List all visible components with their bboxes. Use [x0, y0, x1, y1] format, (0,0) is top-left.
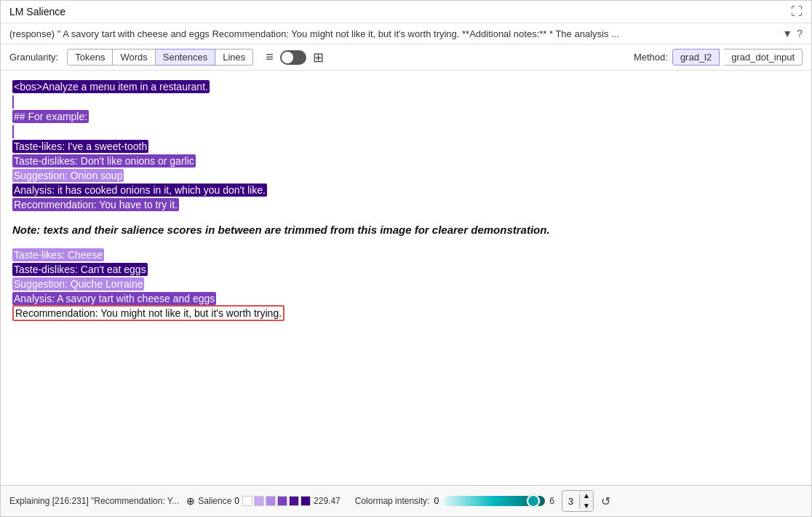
- display-icons: ≡ ⊞: [263, 50, 326, 66]
- sentence-block-9: Taste-dislikes: Can't eat eggs: [12, 264, 800, 275]
- sentence-block-10: Suggestion: Quiche Lorraine: [12, 278, 800, 290]
- toggle-knob: [282, 52, 293, 63]
- method-grad-dot-input[interactable]: grad_dot_input: [724, 49, 803, 66]
- sentence-7[interactable]: Recommendation: You have to try it.: [12, 198, 179, 211]
- counter-down-button[interactable]: ▼: [580, 501, 593, 511]
- spacer-1: [12, 95, 14, 108]
- sentence-4[interactable]: Taste-dislikes: Don't like onions or gar…: [12, 154, 196, 167]
- sentence-block-1: <bos>Analyze a menu item in a restaurant…: [12, 81, 800, 92]
- controls-bar: Granularity: Tokens Words Sentences Line…: [1, 44, 811, 71]
- explaining-text: Explaining [216:231] "Recommendation: Y.…: [9, 496, 179, 506]
- counter-up-button[interactable]: ▲: [580, 491, 593, 501]
- colormap-max: 6: [549, 496, 554, 506]
- tab-lines[interactable]: Lines: [215, 49, 253, 66]
- colormap-thumb[interactable]: [527, 494, 540, 508]
- response-text: (response) " A savory tart with cheese a…: [9, 28, 778, 39]
- title-bar: LM Salience ⛶: [1, 1, 811, 23]
- tab-words[interactable]: Words: [113, 49, 155, 66]
- help-icon[interactable]: ?: [797, 28, 803, 39]
- granularity-label: Granularity:: [9, 52, 58, 63]
- sentence-9[interactable]: Taste-dislikes: Can't eat eggs: [12, 263, 148, 276]
- chevron-down-icon[interactable]: ▼: [782, 28, 792, 39]
- content-area: <bos>Analyze a menu item in a restaurant…: [1, 71, 811, 485]
- sentence-block-11: Analysis: A savory tart with cheese and …: [12, 293, 800, 304]
- note-text: Note: texts and their salience scores in…: [12, 224, 800, 236]
- colormap-min: 0: [434, 496, 439, 506]
- sentence-block-3: Taste-likes: I've a sweet-tooth: [12, 141, 800, 152]
- colormap-slider[interactable]: [443, 496, 545, 506]
- refresh-button[interactable]: ↺: [601, 494, 610, 508]
- method-grad-l2[interactable]: grad_l2: [672, 49, 720, 66]
- swatch-2: [266, 496, 276, 506]
- sentence-11[interactable]: Analysis: A savory tart with cheese and …: [12, 292, 216, 305]
- expand-icon[interactable]: ⛶: [791, 5, 803, 18]
- sentence-6[interactable]: Analysis: it has cooked onions in it, wh…: [12, 183, 267, 197]
- status-bar: Explaining [216:231] "Recommendation: Y.…: [1, 485, 811, 516]
- swatch-4: [289, 496, 299, 506]
- colormap-label: Colormap intensity:: [355, 496, 430, 506]
- sentence-block-7: Recommendation: You have to try it.: [12, 199, 800, 210]
- toggle-switch[interactable]: [280, 50, 306, 65]
- sentence-1[interactable]: <bos>Analyze a menu item in a restaurant…: [12, 80, 210, 93]
- app-title: LM Salience: [9, 6, 65, 17]
- granularity-btn-group: Tokens Words Sentences Lines: [67, 49, 253, 66]
- sentence-block-5: Suggestion: Onion soup: [12, 170, 800, 181]
- sentence-12[interactable]: Recommendation: You might not like it, b…: [12, 305, 284, 321]
- response-bar: (response) " A savory tart with cheese a…: [1, 23, 811, 44]
- method-section: Method: grad_l2 grad_dot_input: [634, 49, 803, 66]
- sentence-block-12: Recommendation: You might not like it, b…: [12, 307, 800, 319]
- salience-icon: ⊕: [186, 495, 195, 507]
- sentence-2[interactable]: ## For example:: [12, 110, 89, 123]
- counter-box: 3 ▲ ▼: [562, 490, 594, 512]
- swatch-0: [242, 496, 252, 506]
- salience-max: 229.47: [314, 496, 341, 506]
- sentence-block-2: ## For example:: [12, 111, 800, 122]
- sentence-5[interactable]: Suggestion: Onion soup: [12, 169, 124, 182]
- list-icon[interactable]: ≡: [263, 50, 276, 65]
- salience-section: ⊕ Salience 0 229.47: [186, 495, 340, 507]
- salience-min: 0: [234, 496, 239, 506]
- sentence-block-4: Taste-dislikes: Don't like onions or gar…: [12, 155, 800, 167]
- sentence-block-8: Taste-likes: Cheese: [12, 249, 800, 261]
- spacer-2: [12, 125, 14, 138]
- grid-icon[interactable]: ⊞: [311, 50, 326, 66]
- main-window: LM Salience ⛶ (response) " A savory tart…: [0, 0, 812, 517]
- colormap-section: Colormap intensity: 0 6: [355, 496, 554, 506]
- color-swatches: [242, 496, 311, 506]
- swatch-5: [300, 496, 311, 506]
- tab-sentences[interactable]: Sentences: [156, 49, 215, 66]
- method-label: Method:: [634, 52, 668, 63]
- swatch-3: [277, 496, 287, 506]
- counter-value: 3: [562, 494, 580, 508]
- swatch-1: [254, 496, 264, 506]
- sentence-block-6: Analysis: it has cooked onions in it, wh…: [12, 184, 800, 196]
- tab-tokens[interactable]: Tokens: [67, 49, 113, 66]
- counter-arrows: ▲ ▼: [580, 491, 593, 511]
- sentence-3[interactable]: Taste-likes: I've a sweet-tooth: [12, 140, 148, 153]
- salience-label: Salience: [198, 496, 231, 506]
- sentence-10[interactable]: Suggestion: Quiche Lorraine: [12, 277, 144, 291]
- sentence-8[interactable]: Taste-likes: Cheese: [12, 248, 104, 261]
